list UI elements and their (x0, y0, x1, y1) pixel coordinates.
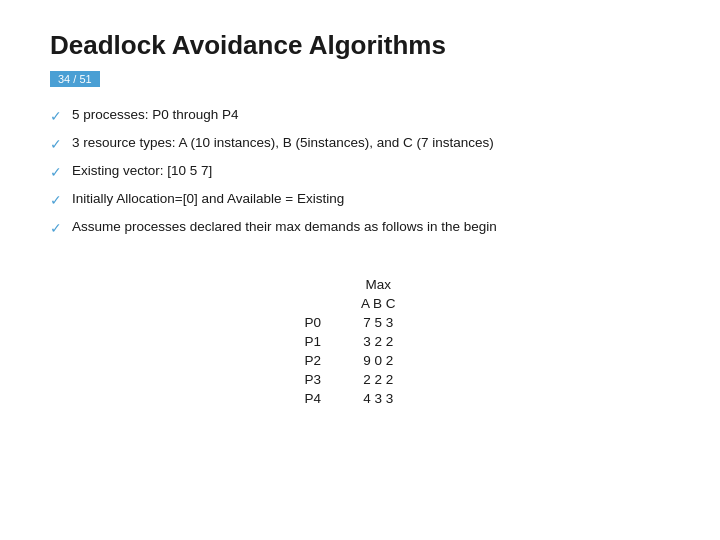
table-header-row-2: A B C (304, 294, 415, 313)
slide-number: 34 / 51 (50, 71, 100, 87)
bullet-text-1: 5 processes: P0 through P4 (72, 105, 239, 125)
row-label-p4: P4 (304, 389, 341, 408)
bullet-text-5: Assume processes declared their max dema… (72, 217, 497, 237)
table-row: P4 4 3 3 (304, 389, 415, 408)
list-item: ✓ Existing vector: [10 5 7] (50, 161, 670, 183)
table-header-max: Max (341, 275, 416, 294)
checkmark-icon: ✓ (50, 134, 62, 155)
bullet-list: ✓ 5 processes: P0 through P4 ✓ 3 resourc… (50, 105, 670, 245)
list-item: ✓ Initially Allocation=[0] and Available… (50, 189, 670, 211)
list-item: ✓ 3 resource types: A (10 instances), B … (50, 133, 670, 155)
row-label-p0: P0 (304, 313, 341, 332)
table-header-abc: A B C (341, 294, 416, 313)
slide-title: Deadlock Avoidance Algorithms (50, 30, 670, 61)
bullet-text-4: Initially Allocation=[0] and Available =… (72, 189, 344, 209)
row-values-p3: 2 2 2 (341, 370, 416, 389)
row-values-p0: 7 5 3 (341, 313, 416, 332)
row-values-p4: 4 3 3 (341, 389, 416, 408)
checkmark-icon: ✓ (50, 162, 62, 183)
list-item: ✓ 5 processes: P0 through P4 (50, 105, 670, 127)
checkmark-icon: ✓ (50, 190, 62, 211)
table-row: P2 9 0 2 (304, 351, 415, 370)
row-label-p3: P3 (304, 370, 341, 389)
row-label-p2: P2 (304, 351, 341, 370)
row-values-p1: 3 2 2 (341, 332, 416, 351)
row-values-p2: 9 0 2 (341, 351, 416, 370)
checkmark-icon: ✓ (50, 106, 62, 127)
table-row: P1 3 2 2 (304, 332, 415, 351)
row-label-p1: P1 (304, 332, 341, 351)
bullet-text-2: 3 resource types: A (10 instances), B (5… (72, 133, 494, 153)
max-table: Max A B C P0 7 5 3 P1 3 2 2 P2 9 0 2 (304, 275, 415, 408)
table-row: P3 2 2 2 (304, 370, 415, 389)
table-row: P0 7 5 3 (304, 313, 415, 332)
table-section: Max A B C P0 7 5 3 P1 3 2 2 P2 9 0 2 (50, 275, 670, 408)
checkmark-icon: ✓ (50, 218, 62, 239)
table-header-row-1: Max (304, 275, 415, 294)
list-item: ✓ Assume processes declared their max de… (50, 217, 670, 239)
slide-container: Deadlock Avoidance Algorithms 34 / 51 ✓ … (0, 0, 720, 540)
bullet-text-3: Existing vector: [10 5 7] (72, 161, 212, 181)
